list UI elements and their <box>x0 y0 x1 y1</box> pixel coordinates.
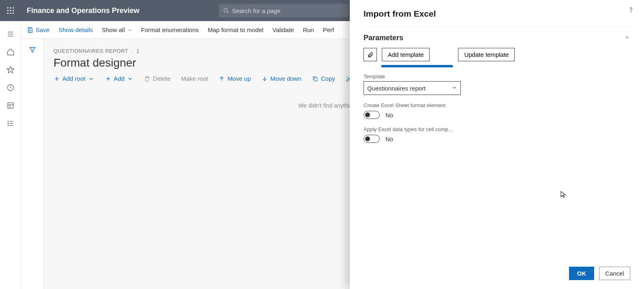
apply-types-value: No <box>385 136 393 142</box>
svg-marker-28 <box>30 47 35 52</box>
svg-point-24 <box>8 125 9 126</box>
format-enumerations-button[interactable]: Format enumerations <box>141 26 199 33</box>
create-sheet-toggle[interactable] <box>364 111 380 119</box>
parameters-section-header[interactable]: Parameters <box>364 34 630 42</box>
move-up-button[interactable]: Move up <box>218 75 251 82</box>
app-title: Finance and Operations Preview <box>27 6 139 15</box>
filter-column <box>21 39 44 289</box>
svg-point-2 <box>13 7 14 9</box>
import-from-excel-panel: Import from Excel Parameters Add templat… <box>350 0 644 289</box>
create-sheet-field: Create Excel Sheet format element No <box>364 102 630 119</box>
update-template-button[interactable]: Update template <box>458 48 515 61</box>
hamburger-button[interactable] <box>0 25 21 43</box>
template-select[interactable]: Questionnaires report <box>364 81 461 95</box>
svg-point-8 <box>13 13 14 14</box>
add-button[interactable]: Add <box>105 75 134 82</box>
svg-rect-17 <box>8 103 13 108</box>
template-label: Template <box>364 73 630 80</box>
breadcrumb-title: QUESTIONNAIRES REPORT <box>53 48 128 54</box>
favorites-button[interactable] <box>0 61 21 79</box>
show-all-button[interactable]: Show all <box>102 26 132 33</box>
apply-types-label: Apply Excel data types for cell comp... <box>364 126 630 132</box>
show-all-label: Show all <box>102 26 125 33</box>
template-value: Questionnaires report <box>367 85 426 92</box>
chevron-up-icon <box>624 34 630 41</box>
ok-button[interactable]: OK <box>569 267 595 280</box>
filter-icon <box>29 46 36 54</box>
left-nav-rail <box>0 21 21 289</box>
run-button[interactable]: Run <box>303 26 314 33</box>
attachment-button[interactable] <box>364 48 377 61</box>
list-icon <box>6 119 15 127</box>
help-button[interactable] <box>627 6 635 16</box>
delete-button[interactable]: Delete <box>144 75 170 82</box>
star-icon <box>6 66 15 74</box>
flyout-footer: OK Cancel <box>364 260 630 289</box>
move-down-button[interactable]: Move down <box>261 75 302 82</box>
template-buttons-row: Add template Update template <box>364 48 630 61</box>
apply-types-field: Apply Excel data types for cell comp... … <box>364 126 630 143</box>
copy-button[interactable]: Copy <box>312 75 335 82</box>
svg-point-20 <box>8 121 9 122</box>
search-input[interactable] <box>232 7 344 14</box>
arrow-up-icon <box>218 75 225 82</box>
waffle-icon <box>6 6 15 15</box>
svg-point-4 <box>10 10 11 11</box>
collapse-section-button[interactable] <box>624 34 630 42</box>
hamburger-icon <box>6 30 15 38</box>
create-sheet-label: Create Excel Sheet format element <box>364 102 630 108</box>
make-root-button[interactable]: Make root <box>181 75 208 82</box>
search-box[interactable] <box>219 4 349 17</box>
flyout-title: Import from Excel <box>364 9 630 26</box>
chevron-down-icon <box>451 85 457 92</box>
paperclip-icon <box>367 52 374 58</box>
app-launcher-button[interactable] <box>0 0 21 21</box>
recent-button[interactable] <box>0 79 21 97</box>
svg-point-11 <box>631 11 631 12</box>
create-sheet-value: No <box>385 112 393 119</box>
svg-point-9 <box>224 9 227 12</box>
save-label: Save <box>36 26 49 33</box>
performance-button[interactable]: Perf <box>323 26 334 33</box>
clock-icon <box>6 84 15 92</box>
plus-icon <box>53 75 60 82</box>
save-icon <box>27 27 33 33</box>
help-icon <box>627 6 635 14</box>
apply-types-toggle[interactable] <box>364 135 380 143</box>
trash-icon <box>144 75 150 82</box>
save-button[interactable]: Save <box>27 26 49 33</box>
chevron-down-icon <box>127 75 133 82</box>
svg-point-22 <box>8 123 9 124</box>
svg-marker-15 <box>7 67 14 73</box>
workspace-icon <box>6 101 15 110</box>
template-field: Template Questionnaires report <box>364 73 630 95</box>
svg-line-10 <box>227 12 228 13</box>
progress-indicator <box>381 65 453 67</box>
validate-button[interactable]: Validate <box>272 26 294 33</box>
filter-button[interactable] <box>29 46 36 289</box>
svg-rect-26 <box>29 28 31 29</box>
breadcrumb-number: 1 <box>136 48 139 54</box>
search-icon <box>223 7 229 14</box>
svg-point-6 <box>7 13 9 14</box>
add-template-button[interactable]: Add template <box>382 48 430 61</box>
modules-button[interactable] <box>0 114 21 132</box>
add-root-button[interactable]: Add root <box>53 75 94 82</box>
svg-point-5 <box>13 10 14 11</box>
svg-rect-35 <box>314 78 317 81</box>
plus-icon <box>105 75 111 82</box>
home-icon <box>6 48 15 56</box>
svg-point-0 <box>7 7 9 9</box>
home-button[interactable] <box>0 43 21 61</box>
chevron-down-icon <box>88 75 94 82</box>
map-format-button[interactable]: Map format to model <box>208 26 264 33</box>
workspaces-button[interactable] <box>0 97 21 114</box>
svg-point-3 <box>7 10 9 11</box>
copy-icon <box>312 75 319 82</box>
chevron-down-icon <box>127 28 132 32</box>
arrow-down-icon <box>261 75 268 82</box>
cancel-button[interactable]: Cancel <box>599 267 630 280</box>
show-details-button[interactable]: Show details <box>58 26 93 33</box>
parameters-heading: Parameters <box>364 34 403 42</box>
svg-point-1 <box>10 7 11 9</box>
